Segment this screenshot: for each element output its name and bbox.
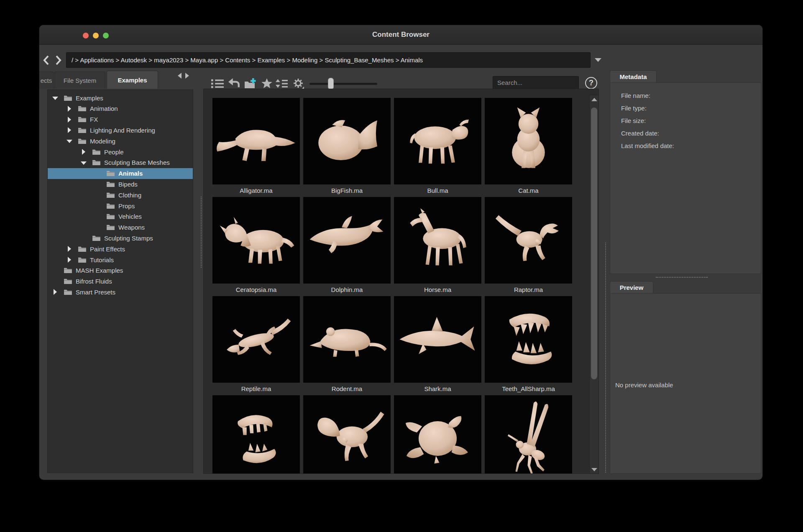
grid-item-label: Shark.ma — [394, 383, 481, 395]
grid-item-ceratopsia[interactable]: Ceratopsia.ma — [212, 197, 300, 296]
tree-item-weapons[interactable]: Weapons — [48, 222, 193, 233]
grid-item-teeth-allsharp[interactable]: Teeth_AllSharp.ma — [485, 296, 572, 395]
tree-item-mash-examples[interactable]: MASH Examples — [48, 265, 193, 276]
expand-arrow-icon[interactable] — [66, 127, 73, 133]
teeth-allsharp-figure — [485, 296, 572, 383]
list-view-button[interactable] — [211, 78, 224, 90]
expand-arrow-icon[interactable] — [66, 256, 73, 263]
tree-item-label: Smart Presets — [76, 289, 115, 296]
arrow-spacer — [52, 278, 59, 285]
expand-arrow-icon[interactable] — [66, 105, 73, 112]
grid-scrollbar[interactable] — [589, 95, 599, 474]
tree-item-vehicles[interactable]: Vehicles — [48, 211, 193, 222]
tab-examples[interactable]: Examples — [107, 71, 158, 89]
tree-item-fx[interactable]: FX — [48, 114, 193, 125]
grid-item-horse[interactable]: Horse.ma — [394, 197, 481, 296]
grid-item-shark[interactable]: Shark.ma — [394, 296, 481, 395]
grid-item-reptile[interactable]: Reptile.ma — [212, 296, 300, 395]
tree-item-sculpting-base-meshes[interactable]: Sculpting Base Meshes — [48, 157, 193, 168]
tab-scroll-right-icon[interactable] — [185, 73, 189, 79]
search-input[interactable] — [493, 76, 579, 89]
grid-item-trex[interactable] — [303, 395, 391, 474]
thumbnail-teeth-allsharp — [485, 296, 572, 383]
title-bar[interactable]: Content Browser — [39, 25, 762, 45]
expand-arrow-icon[interactable] — [66, 246, 73, 252]
collapse-arrow-icon[interactable] — [52, 95, 59, 101]
tab-file-system[interactable]: File System — [54, 72, 105, 89]
tree-item-label: Examples — [76, 95, 103, 102]
wasp-figure — [485, 395, 572, 474]
grid-item-turtle[interactable] — [394, 395, 481, 474]
favorites-star-button[interactable] — [261, 78, 273, 90]
grid-item-cat[interactable]: Cat.ma — [485, 98, 572, 197]
undo-icon[interactable] — [228, 78, 240, 90]
shark-figure — [394, 296, 481, 383]
arrow-spacer — [95, 170, 101, 177]
scroll-up-arrow[interactable] — [590, 95, 598, 104]
tree-item-label: Bifrost Fluids — [76, 278, 112, 285]
breadcrumb[interactable]: / > Applications > Autodesk > maya2023 >… — [66, 52, 591, 68]
grid-item-bigfish[interactable]: BigFish.ma — [303, 98, 391, 197]
tree-item-animation[interactable]: Animation — [48, 103, 193, 114]
grid-item-alligator[interactable]: Alligator.ma — [212, 98, 300, 197]
thumbnail-trex — [303, 395, 391, 474]
tree-item-clothing[interactable]: Clothing — [48, 189, 193, 200]
tab-projects-partial[interactable]: ects — [39, 72, 54, 89]
back-button[interactable] — [41, 54, 52, 66]
grid-item-dolphin[interactable]: Dolphin.ma — [303, 197, 391, 296]
folder-icon — [64, 267, 72, 274]
tab-preview[interactable]: Preview — [610, 281, 653, 293]
folder-icon — [106, 192, 115, 199]
tree-item-paint-effects[interactable]: Paint Effects — [48, 243, 193, 254]
tree-item-bifrost-fluids[interactable]: Bifrost Fluids — [48, 276, 193, 287]
collapse-arrow-icon[interactable] — [80, 159, 87, 166]
grid-metadata-splitter[interactable] — [605, 243, 607, 473]
tree-item-bipeds[interactable]: Bipeds — [48, 179, 193, 189]
grid-item-jaw-open[interactable] — [212, 395, 300, 474]
tree-item-sculpting-stamps[interactable]: Sculpting Stamps — [48, 233, 193, 243]
grid-item-bull[interactable]: Bull.ma — [394, 98, 481, 197]
new-folder-button[interactable] — [244, 78, 256, 90]
grid-item-label: Alligator.ma — [212, 184, 300, 197]
tree-item-modeling[interactable]: Modeling — [48, 136, 193, 146]
grid-item-label: Horse.ma — [394, 284, 481, 296]
tree-grid-splitter[interactable] — [201, 197, 202, 268]
forward-button[interactable] — [53, 54, 64, 66]
thumbnail-size-slider-handle[interactable] — [328, 78, 334, 90]
scroll-down-arrow[interactable] — [590, 466, 598, 474]
thumbnail-size-slider-track[interactable] — [309, 83, 377, 85]
path-dropdown-icon[interactable] — [595, 58, 601, 62]
breadcrumb-path[interactable]: / > Applications > Autodesk > maya2023 >… — [72, 56, 423, 64]
bigfish-figure — [303, 98, 391, 184]
scrollbar-thumb[interactable] — [591, 107, 597, 379]
tree-item-lighting-and-rendering[interactable]: Lighting And Rendering — [48, 125, 193, 136]
grid-item-rodent[interactable]: Rodent.ma — [303, 296, 391, 395]
help-button[interactable]: ? — [585, 77, 597, 89]
grid-item-label: Dolphin.ma — [303, 284, 391, 296]
tab-label: Metadata — [619, 73, 647, 80]
cat-figure — [485, 98, 572, 184]
tree-item-animals[interactable]: Animals — [48, 168, 193, 179]
grid-item-label: Teeth_AllSharp.ma — [485, 383, 572, 395]
adjust-item-size-button[interactable] — [276, 78, 288, 90]
tab-scroll-left-icon[interactable] — [178, 73, 182, 79]
tree-item-smart-presets[interactable]: Smart Presets — [48, 286, 193, 297]
folder-icon — [106, 202, 115, 210]
grid-item-raptor[interactable]: Raptor.ma — [485, 197, 572, 296]
tree-item-label: Props — [118, 202, 135, 210]
tree-item-examples[interactable]: Examples — [48, 92, 193, 103]
expand-arrow-icon[interactable] — [52, 289, 59, 295]
grid-item-label: BigFish.ma — [303, 184, 391, 197]
tree-item-tutorials[interactable]: Tutorials — [48, 254, 193, 265]
expand-arrow-icon[interactable] — [80, 148, 87, 155]
metadata-preview-splitter[interactable] — [656, 277, 708, 279]
settings-gear-button[interactable] — [292, 78, 305, 90]
expand-arrow-icon[interactable] — [66, 116, 73, 123]
tab-metadata[interactable]: Metadata — [610, 70, 657, 82]
tree-item-people[interactable]: People — [48, 146, 193, 157]
grid-item-wasp[interactable] — [485, 395, 572, 474]
tree-item-props[interactable]: Props — [48, 200, 193, 211]
collapse-arrow-icon[interactable] — [66, 138, 73, 144]
folder-icon — [78, 256, 87, 263]
folder-icon — [78, 246, 87, 253]
